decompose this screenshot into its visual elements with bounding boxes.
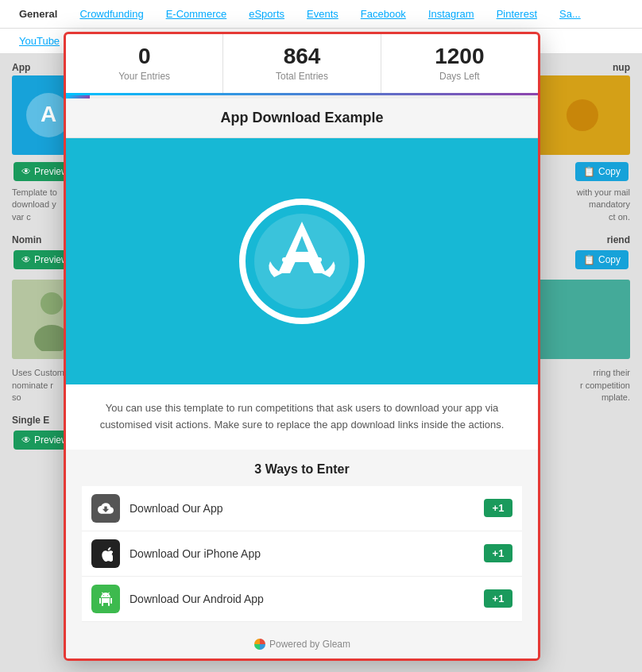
progress-bar (66, 95, 538, 98)
nav-facebook[interactable]: Facebook (350, 0, 417, 28)
stats-bar: 0 Your Entries 864 Total Entries 1200 Da… (66, 34, 538, 95)
entry-badge-1: +1 (484, 499, 512, 517)
cloud-icon-box (91, 494, 120, 523)
nav-pinterest[interactable]: Pinterest (485, 0, 548, 28)
days-left-label: Days Left (389, 71, 530, 82)
powered-by-section: Powered by Gleam (66, 630, 538, 658)
bg-signup-image (535, 75, 630, 155)
modal-description: You can use this template to run competi… (66, 384, 538, 450)
eye-icon-3: 👁 (21, 434, 31, 446)
entry-badge-2: +1 (484, 544, 512, 562)
entry-row-1[interactable]: Download Our App +1 (82, 486, 522, 531)
bg-friend-title: riend (535, 234, 630, 245)
nav-events[interactable]: Events (296, 0, 350, 28)
app-store-icon (238, 198, 365, 325)
total-entries-number: 864 (231, 45, 372, 68)
android-icon (99, 591, 113, 607)
your-entries-label: Your Entries (74, 71, 215, 82)
nav-instagram[interactable]: Instagram (417, 0, 485, 28)
eye-icon: 👁 (21, 166, 31, 177)
nav-crowdfunding[interactable]: Crowdfunding (68, 0, 154, 28)
bg-friend-col: riend 📋 Copy (535, 234, 630, 272)
copy-icon-2: 📋 (583, 254, 595, 265)
cloud-download-icon (98, 500, 114, 516)
entry-label-3: Download Our Android App (130, 593, 474, 605)
svg-point-2 (41, 292, 63, 315)
top-nav: General Crowdfunding E-Commerce eSports … (0, 0, 642, 29)
stat-days-left: 1200 Days Left (381, 34, 538, 93)
modal-container: 0 Your Entries 864 Total Entries 1200 Da… (64, 32, 540, 661)
gleam-pie-icon (253, 638, 266, 651)
progress-fill (66, 95, 90, 98)
nav-esports[interactable]: eSports (238, 0, 296, 28)
stat-total-entries: 864 Total Entries (223, 34, 381, 93)
nav-ecommerce[interactable]: E-Commerce (155, 0, 238, 28)
apple-icon (99, 546, 113, 562)
bg-right-col3: rring theirr competitionmplate. (535, 280, 630, 407)
description-text: You can use this template to run competi… (100, 402, 505, 431)
modal-title: App Download Example (82, 110, 522, 126)
days-left-number: 1200 (389, 45, 530, 68)
bg-green-image (535, 280, 630, 359)
entry-row-3[interactable]: Download Our Android App +1 (82, 577, 522, 622)
modal-title-bar: App Download Example (66, 98, 538, 138)
copy-icon: 📋 (583, 166, 595, 177)
nav-general[interactable]: General (8, 0, 68, 28)
modal-overlay: 0 Your Entries 864 Total Entries 1200 Da… (64, 32, 540, 661)
total-entries-label: Total Entries (231, 71, 372, 82)
entry-row-2[interactable]: Download Our iPhone App +1 (82, 531, 522, 577)
svg-rect-6 (282, 257, 322, 262)
bg-right-col: nup 📋 Copy with your mailmandatoryct on. (535, 62, 630, 226)
entry-label-2: Download Our iPhone App (130, 547, 474, 560)
bg-signup-title: nup (535, 62, 630, 73)
bg-copy-btn-1[interactable]: 📋 Copy (575, 162, 628, 181)
ways-to-enter-title: 3 Ways to Enter (82, 462, 522, 477)
bg-copy-btn-2[interactable]: 📋 Copy (575, 250, 628, 269)
android-icon-box (91, 585, 120, 613)
entry-label-1: Download Our App (130, 502, 474, 515)
nav-youtube[interactable]: YouTube (8, 29, 71, 53)
powered-by-text: Powered by Gleam (269, 639, 350, 650)
stat-your-entries: 0 Your Entries (66, 34, 223, 93)
gleam-logo (253, 638, 266, 651)
apple-icon-box (91, 539, 120, 568)
ways-to-enter-section: 3 Ways to Enter Download Our App +1 (66, 450, 538, 630)
eye-icon-2: 👁 (21, 254, 31, 265)
hero-image (66, 138, 538, 384)
bg-mail-text: with your mailmandatoryct on. (535, 183, 630, 226)
nav-sa[interactable]: Sa... (548, 0, 592, 28)
entry-badge-3: +1 (484, 589, 512, 608)
bg-referring-text: rring theirr competitionmplate. (535, 364, 630, 407)
svg-text:A: A (41, 102, 56, 126)
your-entries-number: 0 (74, 45, 215, 68)
